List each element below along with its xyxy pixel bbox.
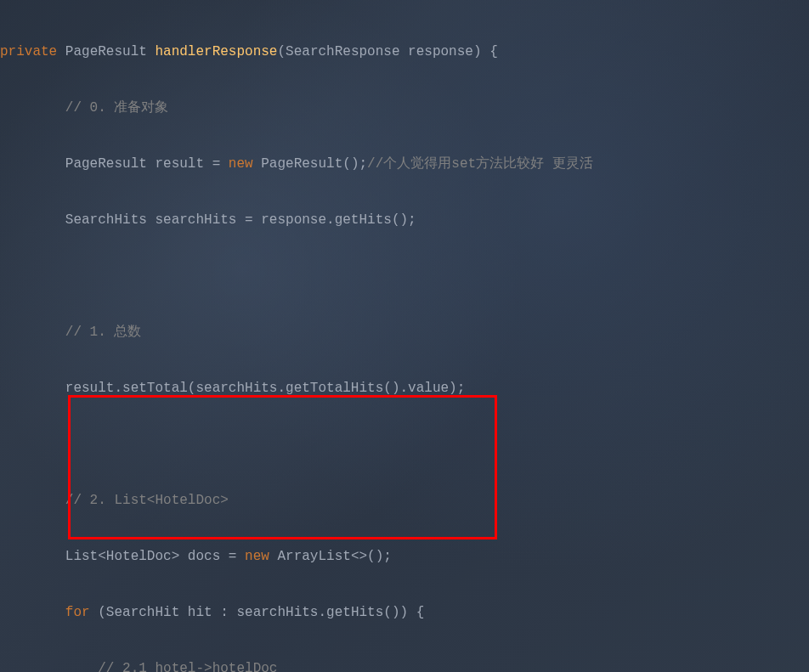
indent (0, 493, 65, 508)
text: ArrayList<>(); (269, 549, 392, 564)
indent (0, 156, 65, 172)
code-line[interactable]: // 2.1 hotel->hotelDoc (0, 655, 809, 672)
indent (0, 100, 65, 116)
code-line[interactable]: List<HotelDoc> docs = new ArrayList<>(); (0, 543, 809, 571)
code-line[interactable]: for (SearchHit hit : searchHits.getHits(… (0, 599, 809, 627)
code-line[interactable]: // 0. 准备对象 (0, 94, 809, 122)
blank-line (0, 431, 809, 459)
comment: // 2.1 hotel->hotelDoc (98, 661, 277, 672)
indent (0, 661, 98, 672)
param-name: response (408, 44, 473, 59)
keyword: private (0, 44, 57, 59)
keyword-new: new (245, 549, 269, 564)
text: result.setTotal(searchHits.getTotalHits(… (65, 381, 465, 396)
text: List<HotelDoc> docs = (65, 549, 245, 564)
type: PageResult (57, 44, 155, 59)
code-line[interactable]: // 2. List<HotelDoc> (0, 487, 809, 515)
comment: // 0. 准备对象 (65, 100, 169, 116)
indent (0, 549, 65, 564)
comment: //个人觉得用set方法比较好 更灵活 (367, 156, 593, 172)
keyword-new: new (229, 156, 253, 172)
text: SearchHits searchHits = response.getHits… (65, 212, 416, 228)
code-line[interactable]: result.setTotal(searchHits.getTotalHits(… (0, 375, 809, 403)
code-editor[interactable]: private PageResult handlerResponse(Searc… (0, 0, 809, 672)
code-line[interactable]: SearchHits searchHits = response.getHits… (0, 206, 809, 234)
method-name: handlerResponse (155, 44, 277, 59)
code-line[interactable]: PageResult result = new PageResult();//个… (0, 150, 809, 178)
paren: ) { (473, 44, 498, 59)
call: PageResult(); (253, 156, 367, 172)
text: PageResult result = (65, 156, 229, 172)
comment: // 2. List<HotelDoc> (65, 493, 229, 508)
indent (0, 325, 65, 340)
indent (0, 605, 65, 620)
code-line[interactable]: private PageResult handlerResponse(Searc… (0, 38, 809, 66)
indent (0, 381, 65, 396)
param-type: SearchResponse (286, 44, 408, 59)
code-line[interactable]: // 1. 总数 (0, 319, 809, 347)
keyword-for: for (65, 605, 90, 620)
comment: // 1. 总数 (65, 325, 142, 340)
paren: ( (277, 44, 286, 59)
blank-line (0, 263, 809, 291)
text: (SearchHit hit : searchHits.getHits()) { (90, 605, 425, 620)
indent (0, 212, 65, 228)
